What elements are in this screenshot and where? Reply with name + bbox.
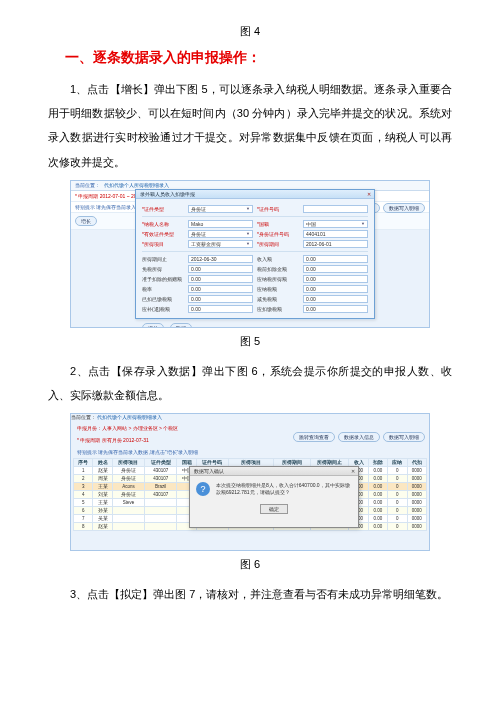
- table-cell: 430107: [145, 491, 177, 499]
- section-title: 一、逐条数据录入的申报操作：: [48, 49, 452, 67]
- form-input[interactable]: 0.00: [303, 295, 368, 303]
- table-cell: 0.00: [368, 507, 387, 515]
- table-cell: 身份证: [112, 491, 144, 499]
- fig6-loc-label: 当前位置：: [71, 414, 96, 420]
- table-cell: 0000: [407, 507, 426, 515]
- table-cell: 5: [74, 499, 93, 507]
- form-label: 税率: [142, 286, 184, 292]
- table-cell: 0: [388, 499, 407, 507]
- close-icon[interactable]: ✕: [367, 191, 371, 197]
- table-cell: Steve: [112, 499, 144, 507]
- add-button[interactable]: 增长: [142, 323, 164, 328]
- form-input[interactable]: 0.00: [303, 255, 368, 263]
- table-cell: 0: [388, 515, 407, 523]
- table-header: 证件类型: [145, 459, 177, 467]
- table-cell: 2: [74, 475, 93, 483]
- table-cell: Acons: [112, 483, 144, 491]
- table-cell: 430107: [145, 475, 177, 483]
- form-select[interactable]: 身份证▼: [188, 230, 253, 238]
- chevron-down-icon: ▼: [246, 231, 250, 236]
- form-input[interactable]: 0.00: [188, 285, 253, 293]
- form-select[interactable]: 中国▼: [303, 220, 368, 228]
- table-cell: 身份证: [112, 475, 144, 483]
- table-cell: 吴某: [93, 515, 112, 523]
- fig6-dialog: 数据写入确认 ✕ ? 本次提交纳税明细共是8人，收入合计640700.0，其中实…: [189, 466, 359, 528]
- table-header: 姓名: [93, 459, 112, 467]
- table-header: 所得项目: [112, 459, 144, 467]
- table-cell: [112, 523, 144, 531]
- table-cell: 赵某: [93, 523, 112, 531]
- form-input[interactable]: 0.00: [303, 265, 368, 273]
- table-header: 应纳: [388, 459, 407, 467]
- form-input[interactable]: [303, 205, 368, 213]
- table-cell: 0: [388, 523, 407, 531]
- table-cell: 6: [74, 507, 93, 515]
- table-cell: 周某: [93, 475, 112, 483]
- table-cell: [145, 499, 177, 507]
- form-input[interactable]: 0.00: [188, 305, 253, 313]
- table-cell: 0: [388, 483, 407, 491]
- table-cell: 0.00: [368, 523, 387, 531]
- figure-4-caption: 图 4: [48, 24, 452, 39]
- fig5-bg-pill[interactable]: 增长: [75, 216, 97, 226]
- table-cell: 0000: [407, 515, 426, 523]
- confirm-button[interactable]: 确定: [260, 504, 288, 514]
- table-cell: [112, 515, 144, 523]
- table-cell: 0000: [407, 523, 426, 531]
- form-label: *身份证件号码: [257, 231, 299, 237]
- form-input[interactable]: 0.00: [303, 305, 368, 313]
- table-cell: 身份证: [112, 467, 144, 475]
- table-cell: [145, 515, 177, 523]
- table-cell: 0: [388, 475, 407, 483]
- table-cell: 0000: [407, 475, 426, 483]
- form-input[interactable]: Mako: [188, 220, 253, 228]
- fig6-loc-path: 代扣代缴个人所得税明细录入: [97, 414, 162, 420]
- form-label: *所得期间: [257, 241, 299, 247]
- table-cell: 0.00: [368, 467, 387, 475]
- figure-5-caption: 图 5: [48, 334, 452, 349]
- form-label: *有效证件类型: [142, 231, 184, 237]
- fig6-btn-2[interactable]: 数据写入明细: [383, 432, 425, 442]
- close-icon[interactable]: ✕: [351, 468, 355, 474]
- fig6-dialog-title: 数据写入确认 ✕: [190, 467, 358, 476]
- form-label: *国籍: [257, 221, 299, 227]
- table-cell: 王某: [93, 483, 112, 491]
- fig6-dialog-title-text: 数据写入确认: [194, 468, 224, 474]
- figure-5: 当前位置： 代扣代缴个人所得税明细录入 * 申报周期 2012-07-01 ~ …: [70, 180, 430, 328]
- table-cell: 0.00: [368, 491, 387, 499]
- form-label: 已扣已缴税额: [142, 296, 184, 302]
- fig6-btn-0[interactable]: 跳转查询查看: [293, 432, 335, 442]
- table-cell: 0: [388, 491, 407, 499]
- form-select[interactable]: 身份证▼: [188, 205, 253, 213]
- form-input[interactable]: 0.00: [188, 265, 253, 273]
- form-input[interactable]: 0.00: [188, 295, 253, 303]
- table-header: 序号: [74, 459, 93, 467]
- form-label: 免税所得: [142, 266, 184, 272]
- figure-6-caption: 图 6: [48, 557, 452, 572]
- table-cell: 王某: [93, 499, 112, 507]
- table-cell: 孙某: [93, 507, 112, 515]
- form-input[interactable]: 0.00: [303, 275, 368, 283]
- table-header: 代扣: [407, 459, 426, 467]
- form-label: *证件号码: [257, 206, 299, 212]
- form-input[interactable]: 4404101: [303, 230, 368, 238]
- paragraph-2: 2、点击【保存录入数据】弹出下图 6，系统会提示你所提交的申报人数、收入、实际缴…: [48, 359, 452, 407]
- form-label: 所得期间止: [142, 256, 184, 262]
- table-cell: 0000: [407, 483, 426, 491]
- form-input[interactable]: 0.00: [188, 275, 253, 283]
- form-label: *证件类型: [142, 206, 184, 212]
- fig6-btn-1[interactable]: 数据录入信息: [338, 432, 380, 442]
- form-label: 税前扣除金额: [257, 266, 299, 272]
- fig5-side-btn-2[interactable]: 数据写入明细: [383, 203, 425, 213]
- form-select[interactable]: 工资薪金所得▼: [188, 240, 253, 248]
- table-cell: 7: [74, 515, 93, 523]
- cancel-button[interactable]: 取消: [170, 323, 192, 328]
- form-input[interactable]: 2012-06-30: [188, 255, 253, 263]
- table-cell: 8: [74, 523, 93, 531]
- table-cell: [112, 507, 144, 515]
- form-label: *纳税人名称: [142, 221, 184, 227]
- fig6-dialog-message: 本次提交纳税明细共是8人，收入合计640700.0，其中实际缴款额69212.7…: [216, 482, 352, 496]
- table-cell: [145, 523, 177, 531]
- form-input[interactable]: 2012-06-01: [303, 240, 368, 248]
- form-input[interactable]: 0.00: [303, 285, 368, 293]
